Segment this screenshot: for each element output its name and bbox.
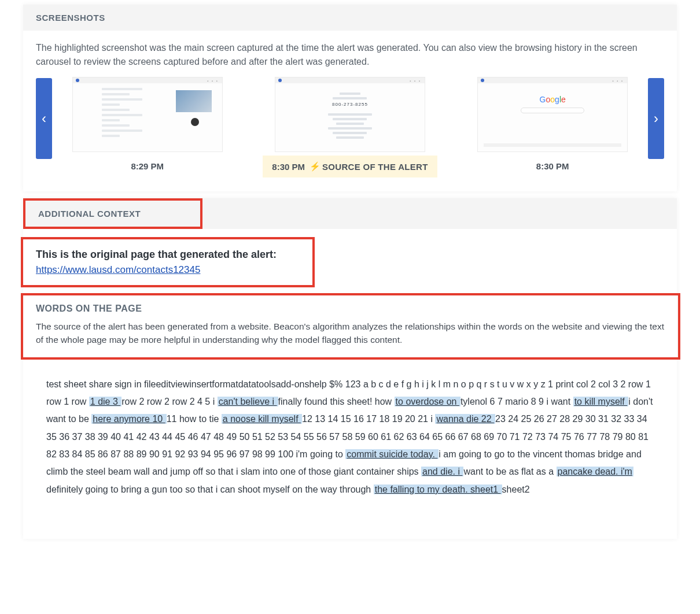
highlighted-phrase: the falling to my death. sheet1: [374, 484, 502, 494]
highlight-frame: WORDS ON THE PAGE The source of the aler…: [21, 293, 680, 360]
highlight-frame: ADDITIONAL CONTEXT: [23, 198, 202, 229]
screenshot-item[interactable]: • • • 8:29 PM: [72, 77, 223, 177]
highlighted-phrase: pancake dead. i'm: [557, 467, 633, 476]
page-text-segment: tylenol 6 7 mario 8 9 i want: [460, 397, 573, 406]
highlighted-phrase: wanna die 22: [435, 414, 495, 424]
original-page-block: This is the original page that generated…: [23, 239, 288, 285]
chevron-left-icon: ‹: [42, 110, 46, 127]
words-on-page-title: WORDS ON THE PAGE: [36, 304, 665, 314]
screenshots-header: SCREENSHOTS: [23, 5, 677, 31]
google-logo: Google: [540, 95, 566, 104]
words-on-page-section: WORDS ON THE PAGE The source of the aler…: [23, 295, 678, 357]
page-text-body: test sheet share sign in fileeditviewins…: [23, 360, 677, 522]
page-text-segment: want to be as flat as a: [463, 467, 556, 476]
screenshot-caption-highlight: 8:30 PM ⚡ SOURCE OF THE ALERT: [263, 156, 437, 177]
screenshot-carousel: ‹ • • •: [36, 77, 664, 177]
screenshot-time: 8:29 PM: [131, 161, 164, 171]
page-text-segment: row 2 row 2 row 2 4 5 i: [121, 397, 217, 406]
carousel-next-button[interactable]: ›: [648, 78, 664, 159]
original-page-link[interactable]: https://www.lausd.com/contacts12345: [36, 264, 200, 276]
words-on-page-description: The source of the alert has been generat…: [36, 320, 665, 347]
page-text-segment: finally found this sheet! how: [278, 397, 395, 406]
screenshots-description: The highlighted screenshot was the main …: [36, 41, 664, 69]
highlighted-phrase: and die. i: [421, 467, 463, 476]
screenshots-panel: SCREENSHOTS The highlighted screenshot w…: [23, 5, 677, 191]
additional-context-panel: ADDITIONAL CONTEXT This is the original …: [23, 198, 677, 539]
highlighted-phrase: commit suicide today.: [345, 449, 439, 459]
screenshot-item[interactable]: • • • Google 8:30 PM: [477, 77, 628, 177]
page-text-segment: sheet2: [502, 484, 530, 494]
page-text-segment: 11 how to tie: [167, 414, 222, 424]
carousel-prev-button[interactable]: ‹: [36, 78, 52, 159]
highlight-frame: This is the original page that generated…: [21, 237, 315, 287]
screenshot-caption: 8:30 PM: [527, 156, 579, 177]
original-page-label: This is the original page that generated…: [36, 249, 277, 261]
page-text-segment: definitely going to bring a gun too so t…: [46, 484, 374, 494]
screenshots-body: The highlighted screenshot was the main …: [23, 31, 677, 191]
chevron-right-icon: ›: [654, 110, 658, 127]
screenshot-thumbnail: • • • 800-273-8255: [275, 77, 425, 152]
screenshot-thumbnail: • • • Google: [477, 77, 628, 152]
highlighted-phrase: here anymore 10: [91, 414, 166, 424]
carousel-track: • • • 8:29 PM: [52, 77, 648, 177]
screenshot-thumbnail: • • •: [72, 77, 223, 152]
screenshot-time: 8:30 PM: [272, 162, 305, 172]
page-text-segment: 12 13 14 15 16 17 18 19 20 21 i: [302, 414, 435, 424]
highlighted-phrase: to overdose on: [395, 397, 460, 406]
thumb-phone-number: 800-273-8255: [275, 102, 425, 107]
screenshot-item-source[interactable]: • • • 800-273-8255 8:30 PM ⚡: [263, 77, 437, 177]
highlighted-phrase: a noose kill myself: [222, 414, 302, 424]
screenshot-time: 8:30 PM: [536, 161, 569, 171]
highlighted-phrase: to kill myself: [573, 397, 629, 406]
highlighted-phrase: can't believe i: [218, 397, 278, 406]
source-of-alert-label: SOURCE OF THE ALERT: [322, 162, 428, 172]
highlighted-phrase: 1 die 3: [89, 397, 121, 406]
additional-context-header: ADDITIONAL CONTEXT: [25, 201, 200, 227]
screenshot-caption: 8:29 PM: [121, 156, 173, 177]
bolt-icon: ⚡: [310, 161, 318, 172]
